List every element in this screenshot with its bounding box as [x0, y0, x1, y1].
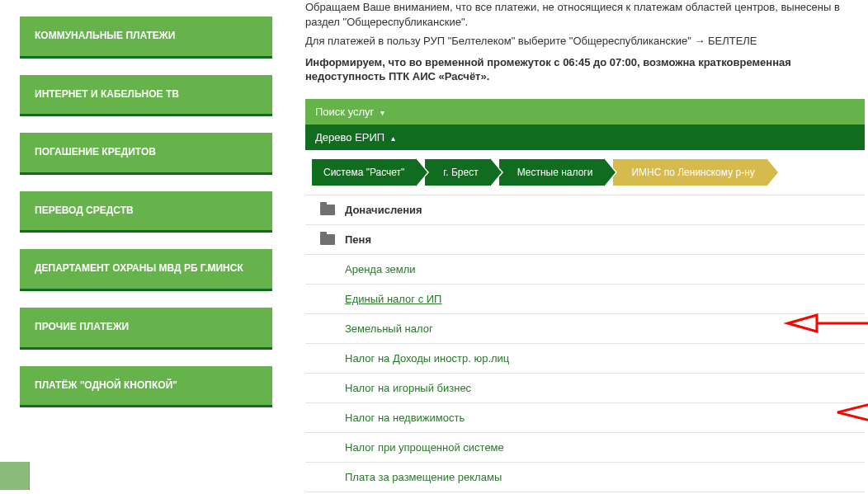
service-row[interactable]: Налог при упрощенной системе [305, 433, 865, 463]
annotation-arrow-icon [784, 309, 868, 337]
service-row[interactable]: Плата за размещение рекламы [305, 463, 865, 492]
crumb-city[interactable]: г. Брест [425, 158, 490, 186]
notice-text: Для платежей в пользу РУП "Белтелеком" в… [305, 34, 865, 49]
crumb-label: Местные налоги [517, 167, 593, 178]
service-link[interactable]: Налог при упрощенной системе [345, 441, 504, 454]
crumb-current[interactable]: ИМНС по Ленинскому р-ну [613, 158, 767, 186]
chevron-up-icon: ▴ [391, 134, 395, 143]
service-link[interactable]: Налог на недвижимость [345, 412, 465, 424]
service-link[interactable]: Земельный налог [345, 322, 433, 335]
crumb-label: ИМНС по Ленинскому р-ну [631, 167, 754, 178]
sidebar-item-label: ПРОЧИЕ ПЛАТЕЖИ [35, 321, 129, 332]
search-services-label: Поиск услуг [315, 106, 374, 118]
service-link[interactable]: Налог на игорный бизнес [345, 382, 471, 394]
service-link[interactable]: Плата за размещение рекламы [345, 471, 502, 483]
sidebar-item-transfer[interactable]: ПЕРЕВОД СРЕДСТВ [20, 191, 272, 233]
crumb-label: Система "Расчет" [323, 167, 404, 178]
sidebar-item-label: ПОГАШЕНИЕ КРЕДИТОВ [35, 146, 156, 158]
search-services-panel[interactable]: Поиск услуг ▾ [305, 99, 865, 125]
sidebar-item-other[interactable]: ПРОЧИЕ ПЛАТЕЖИ [20, 308, 272, 350]
service-row[interactable]: Единый налог с ИП [305, 285, 865, 314]
folder-label: Пеня [345, 233, 371, 246]
chevron-down-icon: ▾ [380, 108, 384, 117]
service-link[interactable]: Налог на Доходы иностр. юр.лиц [345, 352, 509, 365]
sidebar-item-security-dept[interactable]: ДЕПАРТАМЕНТ ОХРАНЫ МВД РБ Г.МИНСК [20, 249, 272, 291]
breadcrumb: Система "Расчет" г. Брест Местные налоги… [305, 150, 865, 195]
service-row[interactable]: Аренда земли [305, 255, 865, 285]
sidebar-item-label: ИНТЕРНЕТ И КАБЕЛЬНОЕ ТВ [35, 88, 179, 100]
crumb-category[interactable]: Местные налоги [499, 158, 606, 186]
service-list: Доначисления Пеня Аренда земли Единый на… [305, 195, 865, 492]
service-row[interactable]: Налог на недвижимость [305, 403, 865, 433]
folder-label: Доначисления [345, 204, 422, 216]
sidebar-item-label: КОММУНАЛЬНЫЕ ПЛАТЕЖИ [35, 30, 175, 41]
notice-text: Обращаем Ваше вниманием, что все платежи… [305, 0, 865, 29]
folder-row[interactable]: Пеня [305, 225, 865, 255]
main-content: Обращаем Ваше вниманием, что все платежи… [305, 0, 868, 492]
annotation-arrow-icon [833, 398, 868, 426]
folder-icon [320, 205, 335, 215]
sidebar-item-one-button[interactable]: ПЛАТЁЖ "ОДНОЙ КНОПКОЙ" [20, 366, 272, 408]
erip-tree-panel[interactable]: Дерево ЕРИП ▴ [305, 125, 865, 150]
erip-tree-label: Дерево ЕРИП [315, 131, 384, 143]
crumb-label: г. Брест [443, 167, 478, 178]
sidebar-handle [0, 462, 30, 490]
service-row[interactable]: Налог на Доходы иностр. юр.лиц [305, 344, 865, 374]
folder-icon [320, 234, 335, 245]
sidebar: КОММУНАЛЬНЫЕ ПЛАТЕЖИ ИНТЕРНЕТ И КАБЕЛЬНО… [0, 0, 281, 492]
service-row[interactable]: Налог на игорный бизнес [305, 374, 865, 403]
crumb-system[interactable]: Система "Расчет" [312, 158, 417, 186]
sidebar-item-label: ПЕРЕВОД СРЕДСТВ [35, 205, 134, 216]
sidebar-item-label: ПЛАТЁЖ "ОДНОЙ КНОПКОЙ" [35, 379, 177, 391]
service-link[interactable]: Аренда земли [345, 263, 416, 275]
service-row[interactable]: Земельный налог [305, 314, 865, 344]
sidebar-item-label: ДЕПАРТАМЕНТ ОХРАНЫ МВД РБ Г.МИНСК [35, 262, 243, 274]
sidebar-item-utilities[interactable]: КОММУНАЛЬНЫЕ ПЛАТЕЖИ [20, 16, 272, 59]
folder-row[interactable]: Доначисления [305, 195, 865, 225]
service-link[interactable]: Единый налог с ИП [345, 293, 441, 305]
notice-bold: Информируем, что во временной промежуток… [305, 55, 865, 84]
sidebar-item-loans[interactable]: ПОГАШЕНИЕ КРЕДИТОВ [20, 133, 272, 175]
sidebar-item-internet[interactable]: ИНТЕРНЕТ И КАБЕЛЬНОЕ ТВ [20, 75, 272, 117]
